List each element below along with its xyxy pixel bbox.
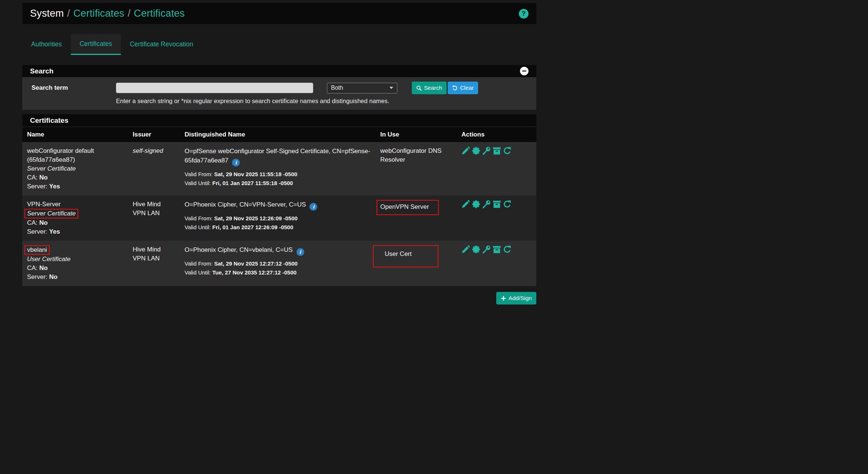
ca-value: No (39, 174, 48, 181)
edit-pencil-icon[interactable] (461, 200, 470, 208)
valid-from-label: Valid From: (185, 171, 213, 177)
in-use-value: OpenVPN Server (380, 203, 429, 210)
export-certificate-seal-icon[interactable] (472, 200, 480, 208)
chevron-down-icon (390, 87, 393, 89)
valid-until-label: Valid Until: (185, 224, 211, 230)
ca-label: CA: (27, 219, 37, 226)
collapse-panel-icon[interactable] (520, 67, 529, 75)
minus-icon (522, 70, 526, 72)
issuer: Hive Mind VPN LAN (133, 201, 161, 217)
valid-until-label: Valid Until: (185, 269, 211, 276)
export-key-icon[interactable] (482, 147, 491, 155)
valid-from-value: Sat, 29 Nov 2025 12:27:12 -0500 (214, 260, 298, 267)
breadcrumb-certificates-link[interactable]: Certificates (73, 8, 124, 19)
valid-until-label: Valid Until: (185, 180, 211, 186)
table-row: webConfigurator default (65fda77a6ea87) … (22, 142, 536, 195)
renew-redo-icon[interactable] (503, 147, 511, 155)
table-row: VPN-Server Server Certificate CA: No Ser… (22, 195, 536, 241)
valid-from-label: Valid From: (185, 215, 213, 221)
in-use-value: User Cert (385, 250, 412, 257)
annotation-box-openvpn-server: OpenVPN Server (377, 200, 439, 215)
tab-authorities[interactable]: Authorities (22, 34, 71, 55)
server-label: Server: (27, 228, 47, 235)
certificates-panel-title: Certificates (30, 116, 69, 125)
info-icon[interactable]: i (309, 203, 317, 211)
search-button[interactable]: Search (412, 82, 447, 94)
breadcrumb-system: System (30, 8, 64, 19)
magnifier-icon (416, 85, 422, 91)
renew-redo-icon[interactable] (503, 245, 511, 254)
search-panel-header: Search (22, 65, 536, 77)
cert-type: Server Certificate (27, 164, 123, 173)
clear-button[interactable]: Clear (448, 82, 478, 94)
server-label: Server: (27, 273, 47, 280)
info-glyph: i (235, 158, 237, 167)
tab-certificates[interactable]: Certificates (71, 34, 121, 55)
export-certificate-seal-icon[interactable] (472, 147, 480, 155)
col-header-distinguished-name: Distinguished Name (180, 127, 375, 142)
tab-certificate-revocation[interactable]: Certificate Revocation (121, 34, 202, 55)
cert-type: User Certificate (27, 255, 123, 264)
help-icon[interactable]: ? (519, 9, 529, 19)
tab-bar: Authorities Certificates Certificate Rev… (22, 34, 536, 55)
search-panel-body: Search term Both Search Clear Enter a se… (22, 77, 536, 110)
breadcrumb-text: System/Certificates/Certificates (30, 8, 185, 19)
certificates-panel-header: Certificates (22, 114, 536, 126)
annotation-box-user-cert: User Cert (373, 245, 438, 267)
search-scope-value: Both (331, 85, 343, 91)
undo-icon (452, 85, 458, 91)
distinguished-name: O=Phoenix Cipher, CN=VPN-Server, C=US (185, 201, 306, 208)
info-glyph: i (299, 247, 301, 257)
cert-name: vbelani (27, 246, 47, 253)
col-header-actions: Actions (457, 127, 536, 142)
search-button-label: Search (424, 85, 442, 91)
table-header-row: Name Issuer Distinguished Name In Use Ac… (22, 126, 536, 142)
export-certificate-seal-icon[interactable] (472, 245, 480, 254)
ca-label: CA: (27, 264, 37, 271)
ca-value: No (39, 264, 48, 271)
breadcrumb-certificates-page-link[interactable]: Certificates (134, 8, 185, 19)
in-use-value: webConfigurator DNS Resolver (380, 147, 451, 164)
valid-from-label: Valid From: (185, 260, 213, 267)
pfsense-certificates-page: System/Certificates/Certificates ? Autho… (22, 3, 536, 305)
edit-pencil-icon[interactable] (461, 245, 470, 254)
export-p12-archive-icon[interactable] (493, 147, 501, 155)
export-key-icon[interactable] (482, 200, 491, 208)
add-sign-button[interactable]: Add/Sign (496, 292, 536, 305)
distinguished-name: O=Phoenix Cipher, CN=vbelani, C=US (185, 246, 293, 253)
help-glyph: ? (522, 10, 526, 17)
ca-label: CA: (27, 174, 37, 181)
search-panel: Search Search term Both Search Clear (22, 65, 536, 110)
table-row: vbelani User Certificate CA: No Server: … (22, 241, 536, 286)
valid-from-value: Sat, 29 Nov 2025 12:26:09 -0500 (214, 215, 298, 221)
search-input[interactable] (116, 83, 313, 93)
distinguished-name: O=pfSense webConfigurator Self-Signed Ce… (185, 148, 370, 164)
search-scope-select[interactable]: Both (327, 83, 397, 93)
valid-until-value: Fri, 01 Jan 2027 11:55:18 -0500 (212, 180, 293, 186)
search-panel-title: Search (30, 67, 53, 75)
server-value: No (49, 273, 58, 280)
server-label: Server: (27, 183, 47, 190)
footer-actions: Add/Sign (22, 292, 536, 305)
export-p12-archive-icon[interactable] (493, 245, 501, 254)
col-header-name: Name (22, 127, 128, 142)
server-value: Yes (49, 183, 60, 190)
clear-button-label: Clear (460, 85, 474, 91)
annotation-box-vbelani: vbelani (24, 245, 50, 255)
cert-name: VPN-Server (27, 200, 123, 209)
cert-name: webConfigurator default (65fda77a6ea87) (27, 147, 123, 164)
export-key-icon[interactable] (482, 245, 491, 254)
info-glyph: i (312, 202, 314, 211)
add-sign-label: Add/Sign (508, 295, 532, 302)
export-p12-archive-icon[interactable] (493, 200, 501, 208)
edit-pencil-icon[interactable] (461, 147, 470, 155)
info-icon[interactable]: i (232, 159, 240, 167)
certificates-panel: Certificates Name Issuer Distinguished N… (22, 114, 536, 286)
plus-icon (501, 296, 506, 301)
search-term-label: Search term (32, 84, 116, 92)
info-icon[interactable]: i (296, 248, 304, 256)
renew-redo-icon[interactable] (503, 200, 511, 208)
breadcrumb: System/Certificates/Certificates ? (22, 3, 536, 24)
annotation-box-server-certificate: Server Certificate (24, 209, 78, 218)
valid-until-value: Tue, 27 Nov 2035 12:27:12 -0500 (212, 269, 296, 276)
